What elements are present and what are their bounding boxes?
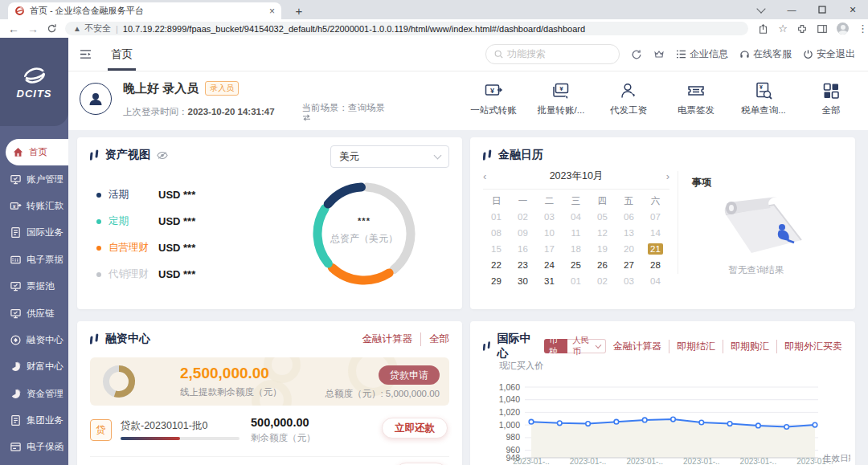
reload-button[interactable] [47,23,57,34]
intl-link-3[interactable]: 即期外汇买卖 [777,340,842,353]
sidebar-item-accounts[interactable]: 账户管理 [0,165,68,192]
calendar-day[interactable]: 24 [536,259,563,271]
calendar-day[interactable]: 09 [510,226,536,239]
empty-state-illustration [711,190,806,258]
new-tab-button[interactable]: + [291,3,307,19]
tab-close-icon[interactable]: × [269,6,275,17]
calendar-day[interactable]: 07 [642,210,669,223]
tab-search-icon[interactable] [746,0,776,19]
calendar-day[interactable]: 30 [510,275,536,288]
calendar-day[interactable]: 02 [589,275,616,288]
calendar-day[interactable]: 01 [563,275,589,288]
calendar-day-today[interactable]: 21 [642,243,669,255]
fx-currency-select[interactable]: 人民币 [567,339,606,353]
browser-tab[interactable]: 首页 - 企业综合金融服务平台 × [8,2,281,19]
quick-action-batch-transfer[interactable]: ¥批量转账/... [535,80,587,116]
bookmark-star-icon[interactable]: ☆ [778,22,788,35]
sidebar-item-financing[interactable]: 融资中心 [0,327,68,353]
extensions-icon[interactable] [796,23,808,35]
sidebar-menu: 首页账户管理¥转账汇款国际业务电子票据票据池供应链融资中心财富中心资金管理集团业… [0,139,68,461]
share-icon[interactable] [758,23,769,35]
user-avatar[interactable] [80,83,112,115]
refresh-icon[interactable] [631,49,642,60]
financial-calculator-link[interactable]: 金融计算器 [354,332,422,346]
quick-action-all[interactable]: 全部 [805,80,857,116]
qa-transfer-icon: ¥ [484,80,503,100]
company-info-link[interactable]: 企业信息 [676,47,728,61]
calendar-day[interactable]: 02 [510,210,536,223]
scene-switch-icon[interactable] [302,114,388,121]
calendar-day[interactable]: 04 [563,210,589,223]
search-input[interactable]: 功能搜索 [485,44,620,64]
calendar-day[interactable]: 26 [589,259,616,271]
calendar-day[interactable]: 28 [642,259,669,271]
calendar-day[interactable]: 12 [589,226,616,239]
calendar-day[interactable]: 22 [483,259,510,271]
sidebar-item-e-bill[interactable]: 电子票据 [0,247,68,273]
close-window-button[interactable]: × [837,0,868,19]
calendar-day[interactable]: 17 [536,243,563,255]
sidebar-item-bill-pool[interactable]: 票据池 [0,273,68,300]
sidebar-item-funds[interactable]: 资金管理 [0,381,68,407]
logout-link[interactable]: 安全退出 [803,47,855,61]
calendar-day[interactable]: 13 [616,226,642,239]
sidebar-item-international[interactable]: 国际业务 [0,219,68,246]
sidebar-item-home[interactable]: 首页 [6,139,68,165]
online-service-link[interactable]: 在线客服 [739,47,792,61]
omnibox[interactable]: ▲ 不安全 | 10.7.19.22:8999/fpaas_bucket/941… [65,22,748,35]
calendar-day[interactable]: 03 [536,210,563,223]
calendar-day[interactable]: 23 [510,259,536,271]
empty-result-text: 暂无查询结果 [692,264,821,276]
minimize-button[interactable]: — [776,0,807,19]
tab-home[interactable]: 首页 [111,38,133,71]
eye-off-icon[interactable] [157,151,168,160]
calendar-day[interactable]: 01 [483,210,510,223]
collapse-menu-icon[interactable] [80,49,92,59]
calendar-day[interactable]: 29 [483,275,510,288]
quick-action-one-stop-transfer[interactable]: ¥一站式转账 [468,80,519,116]
calendar-day[interactable]: 15 [483,243,510,255]
calendar-day[interactable]: 03 [616,275,642,288]
divider [678,171,678,274]
intl-link-1[interactable]: 即期结汇 [669,340,723,353]
sidebar-item-wealth[interactable]: 财富中心 [0,353,68,380]
calendar-day[interactable]: 04 [642,275,669,288]
quick-action-e-ticket-issue[interactable]: 电票签发 [670,80,722,116]
chevron-down-icon [596,342,602,349]
calendar-next-button[interactable]: › [653,170,669,182]
calendar-day[interactable]: 08 [483,226,510,239]
quick-action-tax-query[interactable]: ¥税单查询... [738,80,789,116]
calendar-day[interactable]: 19 [589,243,616,255]
currency-select[interactable]: 美元 [330,145,449,168]
calendar-day[interactable]: 16 [510,243,536,255]
sidebar-item-supply-chain[interactable]: 供应链 [0,300,68,326]
calendar-day[interactable]: 11 [563,226,589,239]
transfer-icon: ¥ [10,200,22,212]
calendar-day[interactable]: 10 [536,226,563,239]
calendar-day[interactable]: 27 [616,259,642,271]
financing-all-link[interactable]: 全部 [421,332,449,346]
calendar-day[interactable]: 06 [616,210,642,223]
side-panel-icon[interactable] [817,23,828,35]
calendar-day[interactable]: 18 [563,243,589,255]
calendar-day[interactable]: 20 [616,243,642,255]
quick-action-salary[interactable]: 代发工资 [603,80,654,116]
menu-dots-icon[interactable]: ⋮ [858,22,868,35]
intl-link-0[interactable]: 金融计算器 [606,340,669,353]
calendar-day[interactable]: 05 [589,210,616,223]
intl-link-2[interactable]: 即期购汇 [723,340,777,353]
restore-button[interactable] [807,0,837,19]
sidebar-item-group[interactable]: 集团业务 [0,407,68,434]
loan-apply-button[interactable]: 贷款申请 [379,365,440,385]
sidebar-item-transfer[interactable]: ¥转账汇款 [0,193,68,219]
calendar-day[interactable]: 14 [642,226,669,239]
back-button[interactable]: ← [8,22,19,35]
sidebar-item-e-guarantee[interactable]: 电子保函 [0,434,68,460]
calendar-prev-button[interactable]: ‹ [483,170,499,182]
theme-crown-icon[interactable] [653,49,665,59]
calendar-day[interactable]: 25 [563,259,589,271]
calendar-day[interactable]: 31 [536,275,563,288]
forward-button[interactable]: → [27,22,39,35]
repay-button[interactable]: 立即还款 [382,418,448,438]
profile-avatar[interactable] [837,22,849,35]
